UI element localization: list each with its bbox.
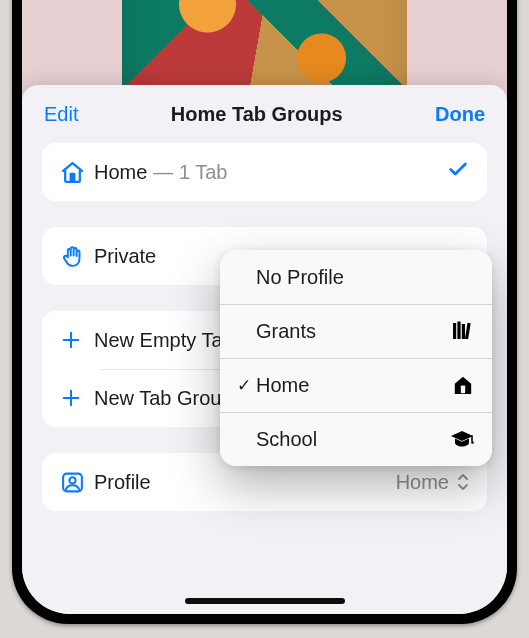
checkmark-icon: ✓	[232, 375, 256, 396]
house-icon	[60, 160, 94, 185]
menu-item-label: Home	[256, 374, 450, 397]
sheet-header: Edit Home Tab Groups Done	[22, 85, 507, 143]
tab-group-label: Private	[94, 245, 156, 268]
graduation-cap-icon	[450, 430, 474, 448]
edit-button[interactable]: Edit	[44, 103, 78, 126]
house-icon	[450, 375, 474, 395]
svg-rect-4	[457, 322, 460, 340]
svg-point-2	[69, 477, 75, 483]
checkmark-icon	[447, 158, 469, 186]
menu-item-label: School	[256, 428, 450, 451]
svg-rect-7	[461, 385, 465, 393]
books-icon	[450, 321, 474, 341]
profile-icon	[60, 470, 94, 495]
group-card-home: Home — 1 Tab	[42, 143, 487, 201]
tab-group-home[interactable]: Home — 1 Tab	[42, 143, 487, 201]
done-button[interactable]: Done	[435, 103, 485, 126]
tab-group-label: Home	[94, 161, 147, 184]
plus-icon	[60, 387, 94, 409]
menu-item-label: No Profile	[256, 266, 450, 289]
tab-group-subtitle: — 1 Tab	[153, 161, 227, 184]
hand-icon	[60, 244, 94, 269]
profile-value: Home	[396, 471, 449, 494]
menu-item-school[interactable]: School	[220, 412, 492, 466]
menu-item-label: Grants	[256, 320, 450, 343]
profile-popover: No Profile Grants ✓ Home	[220, 250, 492, 466]
svg-rect-5	[462, 324, 465, 339]
home-indicator[interactable]	[185, 598, 345, 604]
menu-item-home[interactable]: ✓ Home	[220, 358, 492, 412]
menu-item-no-profile[interactable]: No Profile	[220, 250, 492, 304]
profile-label: Profile	[94, 471, 151, 494]
svg-rect-6	[465, 323, 471, 340]
menu-item-grants[interactable]: Grants	[220, 304, 492, 358]
plus-icon	[60, 329, 94, 351]
svg-rect-0	[70, 172, 76, 181]
svg-point-8	[471, 441, 474, 444]
svg-rect-3	[453, 323, 456, 339]
chevron-up-down-icon	[457, 473, 469, 491]
sheet-title: Home Tab Groups	[171, 103, 343, 126]
